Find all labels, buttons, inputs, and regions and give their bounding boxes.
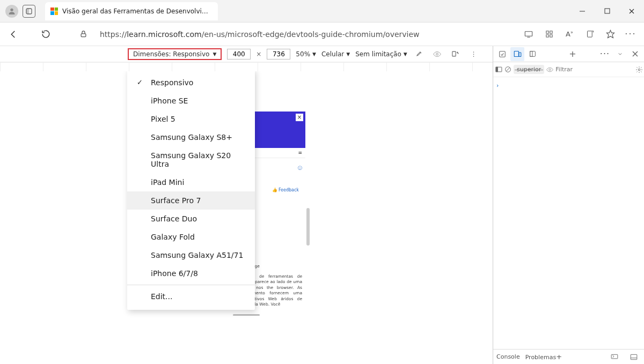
devtools-drawer: Console Problemas+ [493,349,644,364]
inspect-icon[interactable] [495,47,509,61]
svg-rect-24 [530,51,532,57]
desktop-icon[interactable] [519,25,538,43]
svg-point-32 [639,69,641,71]
width-input[interactable] [227,49,251,60]
devtools-filter-row: superior [493,62,644,77]
svg-rect-33 [611,354,618,359]
svg-rect-20 [500,51,506,57]
svg-rect-11 [550,31,552,33]
site-info-lock-icon[interactable] [74,25,92,43]
device-toggle-icon[interactable] [510,47,524,61]
svg-rect-10 [546,31,548,33]
drag-handle-icon[interactable] [233,314,260,316]
svg-rect-22 [519,53,521,57]
tab-title: Visão geral das Ferramentas de Desenvolv… [62,8,213,15]
zoom-dropdown[interactable]: 50%▼ [296,50,316,58]
url-prefix: https:// [100,30,127,39]
svg-point-0 [10,8,13,11]
devtools-close-icon[interactable] [628,47,642,61]
read-aloud-icon[interactable]: A» [560,25,579,43]
device-option-iphone-678[interactable]: iPhone 6/7/8 [127,264,255,283]
device-option-surface-duo[interactable]: Surface Duo [127,210,255,228]
workspaces-icon[interactable] [23,5,35,18]
console-tab[interactable]: Console [496,353,520,360]
device-option-surface-pro-7[interactable]: Surface Pro 7 [127,191,255,210]
devtools-more-icon[interactable]: ··· [598,47,612,61]
back-button[interactable] [4,25,23,43]
dimension-separator: × [256,50,261,58]
rotate-icon[interactable] [449,48,462,61]
device-option-responsive[interactable]: Responsivo [127,73,255,92]
new-tab-icon[interactable]: + [566,47,580,61]
devtools-tab-strip: + ··· [493,46,644,62]
eye-icon[interactable] [431,48,444,61]
chevron-down-icon: ▼ [213,51,216,57]
device-type-dropdown[interactable]: Celular▼ [321,50,350,58]
window-close-button[interactable] [619,0,644,23]
devtools-body: › [493,77,644,349]
svg-rect-8 [525,31,532,36]
refresh-button[interactable] [36,25,55,43]
scrollbar-thumb[interactable] [306,208,310,246]
feedback-link[interactable]: 👍 Feedback [269,188,302,196]
svg-rect-7 [81,34,86,37]
svg-marker-17 [606,30,614,38]
device-option-galaxy-s20[interactable]: Samsung Galaxy S20 Ultra [127,146,255,173]
svg-rect-14 [587,31,592,37]
svg-rect-34 [631,354,637,359]
window-titlebar: Visão geral das Ferramentas de Desenvolv… [0,0,644,23]
grid-icon[interactable] [540,25,558,43]
device-viewport-area: Responsivo iPhone SE Pixel 5 Samsung Gal… [0,71,493,364]
svg-line-30 [506,68,510,71]
device-option-edit[interactable]: Edit... [127,287,255,306]
device-more-icon[interactable]: ⋮ [467,48,480,61]
address-bar: https://learn.microsoft.com/en-us/micros… [0,23,644,46]
eye-filter-icon[interactable] [546,63,553,77]
collections-icon[interactable] [581,25,599,43]
more-menu-icon[interactable]: ··· [621,25,640,43]
close-icon[interactable]: × [296,114,303,121]
profile-avatar[interactable] [5,5,18,18]
svg-rect-13 [550,35,552,37]
svg-point-18 [436,53,438,55]
favorite-star-icon[interactable] [601,25,619,43]
svg-rect-21 [514,51,518,57]
svg-point-31 [549,69,551,70]
url-field[interactable]: https://learn.microsoft.com/en-us/micros… [97,26,515,43]
window-maximize-button[interactable] [595,0,619,23]
expand-chevron-icon[interactable]: › [496,82,499,89]
gear-icon[interactable] [635,63,643,77]
context-pill[interactable]: superior [514,65,544,74]
url-host: learn.microsoft.com [127,30,202,39]
device-option-galaxy-s8[interactable]: Samsung Galaxy S8+ [127,128,255,146]
device-option-ipad-mini[interactable]: iPad Mini [127,173,255,191]
drawer-icon-1[interactable] [608,350,621,364]
elements-tab-icon[interactable] [525,47,539,61]
devtools-panel: + ··· superior › Console Problemas+ [493,46,644,364]
device-option-galaxy-a51[interactable]: Samsung Galaxy A51/71 [127,246,255,264]
devtools-settings-icon[interactable] [613,47,627,61]
svg-rect-4 [605,9,610,13]
device-option-pixel-5[interactable]: Pixel 5 [127,110,255,128]
svg-rect-28 [496,67,497,72]
throttling-dropdown[interactable]: Sem limitação▼ [355,50,407,58]
clear-icon[interactable] [504,63,511,77]
hamburger-icon[interactable]: ≡ [298,150,302,155]
problems-tab[interactable]: Problemas+ [525,353,562,361]
drawer-icon-2[interactable] [627,350,641,364]
device-list-dropdown: Responsivo iPhone SE Pixel 5 Samsung Gal… [127,71,255,310]
device-option-galaxy-fold[interactable]: Galaxy Fold [127,228,255,246]
url-path: /en-us/microsoft-edge/devtools-guide-chr… [202,30,420,39]
dimensions-dropdown[interactable]: Dimensões: Responsivo ▼ [128,48,222,60]
browser-tab[interactable]: Visão geral das Ferramentas de Desenvolv… [45,2,218,20]
svg-rect-12 [546,35,548,37]
svg-rect-2 [26,9,29,14]
height-input[interactable] [267,49,290,60]
sidebar-toggle-icon[interactable] [495,63,502,77]
dimensions-label: Dimensões: Responsivo [133,50,209,58]
eyedropper-icon[interactable] [413,48,426,61]
svg-rect-19 [452,51,456,56]
device-option-iphone-se[interactable]: iPhone SE [127,92,255,110]
window-minimize-button[interactable] [570,0,595,23]
filter-input[interactable] [555,64,633,75]
